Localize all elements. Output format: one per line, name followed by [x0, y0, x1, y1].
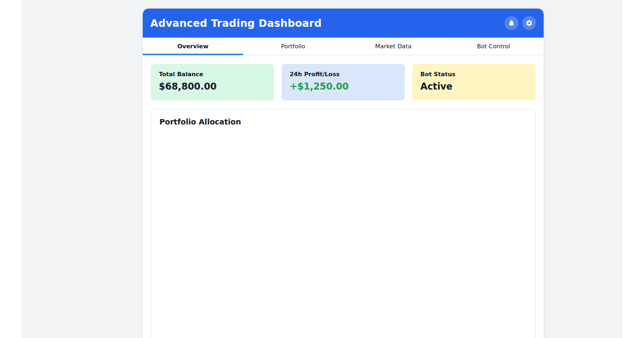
notifications-button[interactable] — [504, 16, 518, 30]
tab-bot-control-label: Bot Control — [477, 43, 510, 50]
stat-label: 24h Profit/Loss — [290, 71, 397, 78]
bell-icon — [508, 19, 515, 27]
tab-overview[interactable]: Overview — [143, 38, 243, 55]
stat-label: Total Balance — [159, 71, 266, 78]
portfolio-allocation-chart-area — [159, 126, 527, 338]
active-tab-indicator — [143, 54, 243, 55]
tab-portfolio-label: Portfolio — [281, 43, 305, 50]
stat-value: Active — [420, 81, 528, 92]
tab-portfolio[interactable]: Portfolio — [243, 38, 343, 55]
settings-button[interactable] — [522, 16, 536, 30]
tab-overview-label: Overview — [177, 43, 208, 50]
stat-card-bot-status: Bot Status Active — [412, 64, 536, 100]
page-background-panel: Advanced Trading Dashboard Overvi — [21, 0, 623, 338]
tab-market-data[interactable]: Market Data — [343, 38, 444, 55]
tab-bot-control[interactable]: Bot Control — [443, 38, 544, 55]
stat-label: Bot Status — [420, 71, 528, 78]
stat-value: +$1,250.00 — [290, 81, 397, 92]
portfolio-allocation-title: Portfolio Allocation — [159, 117, 527, 126]
portfolio-allocation-card: Portfolio Allocation — [151, 109, 536, 338]
gear-icon — [525, 19, 533, 27]
app-header: Advanced Trading Dashboard — [143, 9, 544, 38]
tab-market-data-label: Market Data — [375, 43, 412, 50]
page-title: Advanced Trading Dashboard — [150, 17, 321, 29]
stat-card-24h-profit-loss: 24h Profit/Loss +$1,250.00 — [282, 64, 405, 100]
content-area: Total Balance $68,800.00 24h Profit/Loss… — [143, 55, 544, 338]
stat-card-total-balance: Total Balance $68,800.00 — [151, 64, 274, 100]
stat-value: $68,800.00 — [159, 81, 266, 92]
dashboard-window: Advanced Trading Dashboard Overvi — [143, 9, 544, 338]
stats-row: Total Balance $68,800.00 24h Profit/Loss… — [151, 64, 536, 100]
tab-bar: Overview Portfolio Market Data Bot Contr… — [143, 38, 544, 55]
